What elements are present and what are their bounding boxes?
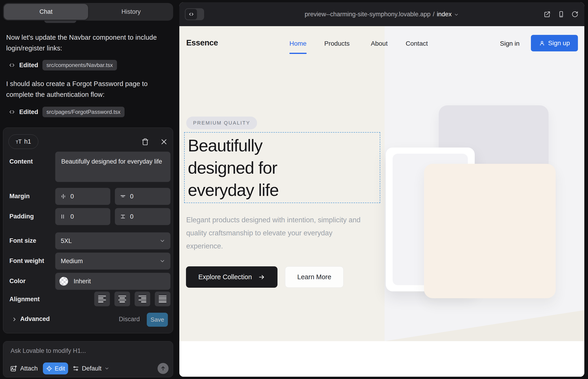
color-picker-field[interactable]: Inherit bbox=[55, 273, 170, 290]
learn-more-button[interactable]: Learn More bbox=[285, 266, 343, 288]
refresh-button[interactable] bbox=[572, 11, 578, 18]
tab-chat[interactable]: Chat bbox=[4, 4, 88, 20]
margin-label: Margin bbox=[9, 193, 30, 200]
content-input[interactable]: Beautifully designed for everyday life bbox=[55, 152, 170, 182]
chevron-down-icon bbox=[159, 238, 165, 244]
color-label: Color bbox=[9, 278, 26, 285]
font-weight-select[interactable]: Medium bbox=[55, 253, 170, 269]
edited-label: Edited bbox=[19, 109, 38, 116]
padding-vertical-icon bbox=[120, 214, 126, 220]
browser-preview: preview--charming-site-symphony.lovable.… bbox=[179, 2, 584, 377]
attach-button[interactable]: Attach bbox=[10, 363, 38, 374]
hero-paragraph: Elegant products designed with intention… bbox=[186, 213, 370, 253]
mode-select[interactable]: Default bbox=[73, 363, 109, 374]
padding-x-input[interactable]: 0 bbox=[55, 208, 110, 225]
font-weight-value: Medium bbox=[61, 258, 83, 265]
chevron-right-icon bbox=[12, 316, 17, 322]
alignment-label: Alignment bbox=[9, 296, 40, 303]
margin-vertical-icon bbox=[120, 193, 126, 199]
file-chip[interactable]: src/pages/ForgotPassword.tsx bbox=[42, 107, 125, 117]
margin-y-input[interactable]: 0 bbox=[115, 188, 170, 205]
padding-label: Padding bbox=[9, 213, 34, 220]
delete-element-button[interactable] bbox=[141, 137, 150, 146]
composer-placeholder[interactable]: Ask Lovable to modify H1... bbox=[11, 347, 86, 354]
chat-sidebar: Chat History Now let's update the Navbar… bbox=[0, 0, 179, 379]
save-button[interactable]: Save bbox=[147, 313, 168, 327]
url-separator: / bbox=[433, 11, 434, 18]
premium-quality-badge: PREMIUM QUALITY bbox=[186, 117, 257, 129]
browser-actions bbox=[543, 2, 578, 26]
nav-link-contact[interactable]: Contact bbox=[406, 40, 428, 47]
decorative-cream-shape bbox=[424, 164, 556, 298]
browser-toolbar: preview--charming-site-symphony.lovable.… bbox=[179, 2, 584, 26]
target-icon bbox=[46, 365, 52, 372]
chevron-down-icon bbox=[454, 12, 459, 17]
image-plus-icon bbox=[10, 365, 17, 372]
refresh-icon bbox=[572, 11, 578, 18]
open-external-button[interactable] bbox=[543, 11, 551, 18]
heading-line: designed for bbox=[188, 157, 279, 179]
discard-button[interactable]: Discard bbox=[119, 316, 140, 323]
font-size-value: 5XL bbox=[61, 237, 72, 245]
external-link-icon bbox=[543, 11, 551, 18]
selected-element-tag[interactable]: TT h1 bbox=[8, 134, 38, 149]
site-canvas: Essence Home Products About Contact Sign… bbox=[179, 26, 584, 377]
chat-composer[interactable]: Ask Lovable to modify H1... Attach Edit bbox=[3, 341, 173, 377]
hero-heading[interactable]: Beautifully designed for everyday life bbox=[188, 134, 279, 201]
arrow-right-icon bbox=[258, 274, 265, 281]
typography-icon: TT bbox=[16, 138, 22, 145]
url-domain: preview--charming-site-symphony.lovable.… bbox=[305, 11, 431, 18]
nav-link-home[interactable]: Home bbox=[289, 40, 307, 47]
color-swatch-transparent bbox=[59, 277, 68, 286]
content-label: Content bbox=[9, 158, 33, 165]
send-button[interactable] bbox=[157, 363, 169, 374]
explore-collection-button[interactable]: Explore Collection bbox=[186, 266, 278, 288]
tag-name: h1 bbox=[24, 138, 31, 145]
align-center-button[interactable] bbox=[114, 292, 130, 306]
padding-y-input[interactable]: 0 bbox=[115, 208, 170, 225]
composer-toolbar: Attach Edit Default bbox=[3, 363, 173, 374]
trash-icon bbox=[141, 138, 149, 145]
margin-x-input[interactable]: 0 bbox=[55, 188, 110, 205]
h1-selection-outline[interactable]: Beautifully designed for everyday life bbox=[184, 132, 380, 203]
padding-horizontal-icon bbox=[60, 214, 66, 220]
align-justify-button[interactable] bbox=[155, 292, 170, 306]
edited-label: Edited bbox=[19, 62, 38, 69]
nav-link-about[interactable]: About bbox=[371, 40, 387, 47]
site-logo[interactable]: Essence bbox=[186, 38, 218, 47]
assistant-message: I should also create a Forgot Password p… bbox=[6, 79, 164, 100]
align-left-icon bbox=[98, 296, 106, 302]
align-right-button[interactable] bbox=[135, 292, 150, 306]
app-window: Chat History Now let's update the Navbar… bbox=[0, 0, 588, 379]
edit-label: Edit bbox=[55, 365, 65, 372]
arrow-up-icon bbox=[160, 365, 166, 371]
heading-line: Beautifully bbox=[188, 134, 279, 157]
mode-label: Default bbox=[82, 365, 102, 372]
smartphone-icon bbox=[558, 11, 565, 18]
assistant-message: Now let's update the Navbar component to… bbox=[6, 32, 164, 54]
file-chip[interactable]: src/components/Navbar.tsx bbox=[42, 60, 117, 70]
chevron-down-icon bbox=[104, 366, 109, 371]
margin-y-value: 0 bbox=[130, 193, 134, 200]
heading-line: everyday life bbox=[188, 179, 279, 201]
url-bar[interactable]: preview--charming-site-symphony.lovable.… bbox=[179, 2, 584, 26]
align-justify-icon bbox=[159, 296, 167, 302]
advanced-toggle[interactable]: Advanced bbox=[20, 316, 50, 323]
font-size-select[interactable]: 5XL bbox=[55, 232, 170, 249]
sign-in-link[interactable]: Sign in bbox=[500, 40, 520, 47]
close-editor-button[interactable] bbox=[160, 137, 168, 146]
margin-horizontal-icon bbox=[60, 193, 66, 199]
align-right-icon bbox=[139, 296, 146, 302]
tab-history[interactable]: History bbox=[89, 3, 173, 21]
chat-history-tabs: Chat History bbox=[3, 3, 173, 21]
align-center-icon bbox=[118, 296, 126, 302]
align-left-button[interactable] bbox=[94, 292, 110, 306]
nav-link-products[interactable]: Products bbox=[324, 40, 350, 47]
edit-mode-button[interactable]: Edit bbox=[43, 363, 68, 374]
chevron-down-icon bbox=[159, 258, 165, 264]
padding-x-value: 0 bbox=[70, 213, 74, 220]
close-icon bbox=[160, 138, 168, 145]
sign-up-button[interactable]: Sign up bbox=[531, 35, 578, 51]
mobile-view-button[interactable] bbox=[558, 11, 565, 18]
attach-label: Attach bbox=[20, 365, 38, 372]
